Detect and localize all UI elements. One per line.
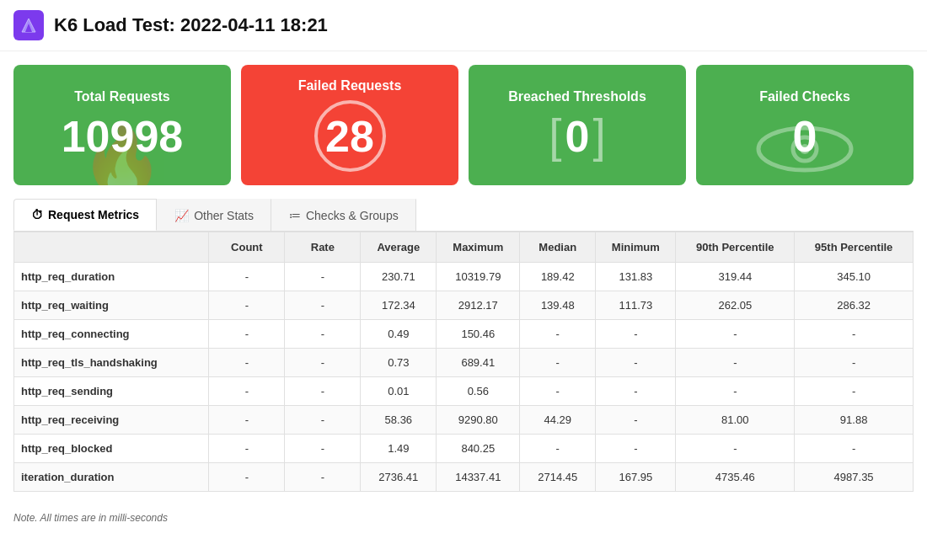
metric-value: 2736.41 [361, 463, 437, 492]
tab-other-stats-label: Other Stats [194, 209, 254, 222]
metric-value: - [520, 320, 596, 349]
metric-value: - [795, 320, 914, 349]
metric-value: 44.29 [520, 406, 596, 435]
metric-value: - [676, 435, 795, 463]
metric-value: - [795, 435, 914, 463]
metric-value: 10319.79 [437, 263, 520, 291]
failed-requests-card: Failed Requests 28 [241, 65, 458, 185]
metric-value: 689.41 [437, 349, 520, 377]
metric-value: - [209, 320, 285, 349]
threshold-icon-wrapper: [ 0 ] [549, 111, 605, 162]
failed-requests-wrapper: 28 [255, 100, 445, 172]
metric-value: 91.88 [795, 406, 914, 435]
metric-value: - [596, 435, 676, 463]
metric-name: http_req_sending [14, 377, 209, 406]
metric-value: 230.71 [361, 263, 437, 291]
metric-value: 4735.46 [676, 463, 795, 492]
metric-name: http_req_blocked [14, 435, 209, 463]
metric-value: - [209, 291, 285, 320]
tab-other-stats[interactable]: 📈 Other Stats [157, 199, 271, 231]
metric-value: 286.32 [795, 291, 914, 320]
col-header-average: Average [361, 232, 437, 263]
metric-value: - [596, 320, 676, 349]
metric-value: 150.46 [437, 320, 520, 349]
failed-checks-content: 0 [793, 111, 817, 162]
breached-thresholds-title: Breached Thresholds [508, 89, 646, 104]
metric-value: 4987.35 [795, 463, 914, 492]
table-row: http_req_waiting--172.342912.17139.48111… [14, 291, 914, 320]
tab-checks-groups-label: Checks & Groups [306, 209, 399, 222]
metric-value: - [209, 406, 285, 435]
failed-checks-value: 0 [793, 111, 817, 162]
table-header-row: Count Rate Average Maximum Median Minimu… [14, 232, 914, 263]
chart-icon: 📈 [174, 209, 189, 222]
table-row: http_req_tls_handshaking--0.73689.41---- [14, 349, 914, 377]
metric-value: 131.83 [596, 263, 676, 291]
metric-name: http_req_waiting [14, 291, 209, 320]
metric-value: - [795, 349, 914, 377]
metric-value: - [676, 349, 795, 377]
failed-checks-title: Failed Checks [759, 89, 850, 104]
metric-value: 2714.45 [520, 463, 596, 492]
total-requests-value: 10998 [62, 111, 184, 162]
page-title: K6 Load Test: 2022-04-11 18:21 [54, 14, 328, 36]
metric-value: - [795, 377, 914, 406]
stats-row: Total Requests 10998 🔥 Failed Requests 2… [0, 51, 927, 199]
table-row: http_req_sending--0.010.56---- [14, 377, 914, 406]
total-requests-card: Total Requests 10998 🔥 [13, 65, 231, 185]
metric-value: - [285, 263, 361, 291]
col-header-p90: 90th Percentile [676, 232, 795, 263]
metric-value: - [676, 320, 795, 349]
breached-thresholds-value: 0 [565, 111, 590, 162]
metric-value: - [209, 263, 285, 291]
metric-value: - [520, 435, 596, 463]
metric-value: - [596, 406, 676, 435]
table-row: http_req_receiving--58.369290.8044.29-81… [14, 406, 914, 435]
failed-requests-circle: 28 [314, 100, 386, 172]
metric-value: 189.42 [520, 263, 596, 291]
metric-value: 81.00 [676, 406, 795, 435]
metric-name: http_req_receiving [14, 406, 209, 435]
metric-value: 0.73 [361, 349, 437, 377]
clock-icon: ⏱ [31, 208, 43, 221]
metric-value: - [596, 349, 676, 377]
col-header-count: Count [209, 232, 285, 263]
breached-thresholds-card: Breached Thresholds [ 0 ] [469, 65, 686, 185]
tab-request-metrics[interactable]: ⏱ Request Metrics [13, 199, 157, 231]
metric-value: - [596, 377, 676, 406]
metric-value: 2912.17 [437, 291, 520, 320]
bracket-left-icon: [ [549, 113, 561, 159]
metric-value: 9290.80 [437, 406, 520, 435]
metric-value: - [520, 377, 596, 406]
metric-value: - [209, 377, 285, 406]
metric-value: 139.48 [520, 291, 596, 320]
metric-value: 58.36 [361, 406, 437, 435]
metric-value: 840.25 [437, 435, 520, 463]
table-row: iteration_duration--2736.4114337.412714.… [14, 463, 914, 492]
metric-value: - [209, 435, 285, 463]
col-header-minimum: Minimum [596, 232, 676, 263]
col-header-rate: Rate [285, 232, 361, 263]
metric-value: - [285, 406, 361, 435]
metric-value: - [285, 320, 361, 349]
metric-value: 14337.41 [437, 463, 520, 492]
app-logo [13, 10, 44, 40]
metric-value: 345.10 [795, 263, 914, 291]
col-header-name [14, 232, 209, 263]
metric-value: 111.73 [596, 291, 676, 320]
metric-value: 0.01 [361, 377, 437, 406]
col-header-median: Median [520, 232, 596, 263]
metrics-table-container: Count Rate Average Maximum Median Minimu… [0, 232, 927, 505]
metric-name: http_req_connecting [14, 320, 209, 349]
metric-value: - [285, 349, 361, 377]
table-note: Note. All times are in milli-seconds [0, 505, 927, 531]
tabs-row: ⏱ Request Metrics 📈 Other Stats ≔ Checks… [13, 199, 914, 232]
tab-checks-groups[interactable]: ≔ Checks & Groups [271, 199, 416, 231]
metric-value: - [285, 291, 361, 320]
metric-value: - [209, 463, 285, 492]
metric-name: http_req_tls_handshaking [14, 349, 209, 377]
metric-name: http_req_duration [14, 263, 209, 291]
metric-value: 262.05 [676, 291, 795, 320]
col-header-p95: 95th Percentile [795, 232, 914, 263]
metric-value: 0.49 [361, 320, 437, 349]
